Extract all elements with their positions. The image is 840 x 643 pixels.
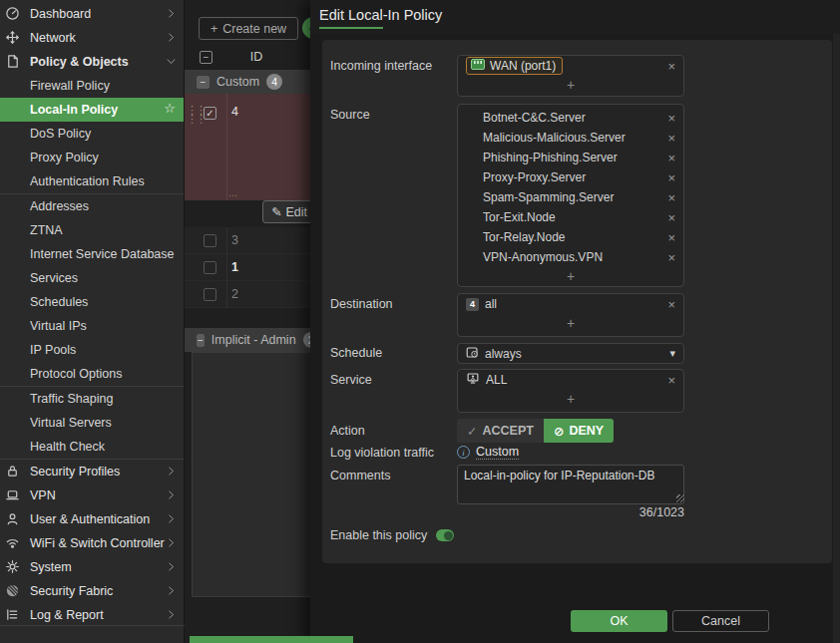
sidebar-item-ztna[interactable]: ZTNA	[0, 218, 184, 242]
collapse-all-icon[interactable]: −	[200, 51, 212, 64]
sidebar-item-wifi-switch-controller[interactable]: WiFi & Switch Controller	[0, 531, 184, 555]
remove-icon[interactable]: ×	[667, 374, 675, 387]
add-entry-button[interactable]: +	[458, 76, 683, 94]
sidebar-item-security-fabric[interactable]: Security Fabric	[0, 579, 184, 603]
info-icon[interactable]: i	[457, 446, 470, 459]
incoming-interface-field[interactable]: WAN (port1) × +	[457, 55, 684, 97]
sidebar-item-vpn[interactable]: VPN	[0, 483, 184, 507]
log-custom-link[interactable]: Custom	[476, 445, 519, 460]
add-entry-button[interactable]: +	[458, 267, 683, 285]
action-deny-button[interactable]: ⊘ DENY	[544, 419, 614, 443]
destination-field[interactable]: 4 all × +	[457, 293, 684, 337]
interface-token[interactable]: WAN (port1)	[466, 57, 563, 75]
row-checkbox[interactable]	[204, 288, 216, 301]
sidebar-item-security-profiles[interactable]: Security Profiles	[0, 460, 184, 483]
sidebar-item-log-report[interactable]: Log & Report	[0, 603, 184, 627]
comments-char-counter: 36/1023	[457, 505, 684, 519]
group-header-implicit-admin[interactable]: − Implicit - Admin 2	[185, 328, 310, 352]
panel-scrollbar[interactable]	[833, 34, 840, 643]
sidebar-item-virtual-ips[interactable]: Virtual IPs	[0, 314, 184, 338]
table-row[interactable]: 1	[185, 254, 310, 281]
edit-button[interactable]: ✎ Edit	[262, 200, 310, 223]
row-checkbox[interactable]	[204, 234, 216, 247]
comments-textarea[interactable]: Local-in-policy for IP-Reputation-DB	[457, 465, 684, 504]
sidebar-item-health-check[interactable]: Health Check	[0, 435, 184, 459]
sidebar-item-authentication-rules[interactable]: Authentication Rules	[0, 169, 184, 193]
add-entry-button[interactable]: +	[458, 390, 683, 408]
plus-icon: +	[567, 268, 575, 284]
schedule-select[interactable]: always ▾	[457, 343, 684, 364]
drag-handle-icon[interactable]: ⋮⋮⋮⋮	[187, 106, 199, 124]
chevron-right-icon	[166, 561, 177, 572]
enable-policy-toggle[interactable]	[436, 529, 454, 541]
sidebar-item-internet-service-database[interactable]: Internet Service Database	[0, 242, 184, 266]
sidebar-item-dashboard[interactable]: Dashboard	[0, 2, 184, 26]
sidebar-item-addresses[interactable]: Addresses	[0, 194, 184, 218]
source-entry[interactable]: Tor-Relay.Node×	[458, 227, 683, 247]
collapse-group-icon[interactable]: −	[197, 76, 210, 89]
log-icon	[5, 607, 20, 622]
sidebar-item-services[interactable]: Services	[0, 266, 184, 290]
row-checkbox[interactable]	[204, 261, 216, 274]
sidebar-item-traffic-shaping[interactable]: Traffic Shaping	[0, 387, 184, 411]
remove-icon[interactable]: ×	[667, 171, 675, 184]
sidebar-item-network[interactable]: Network	[0, 26, 184, 50]
source-entry[interactable]: Spam-Spamming.Server×	[458, 187, 683, 207]
comments-label: Comments	[330, 469, 390, 482]
remove-icon[interactable]: ×	[667, 191, 675, 204]
schedule-label: Schedule	[330, 346, 382, 360]
remove-icon[interactable]: ×	[667, 231, 675, 244]
cancel-button[interactable]: Cancel	[672, 610, 769, 632]
remove-icon[interactable]: ×	[667, 251, 675, 264]
sidebar-item-protocol-options[interactable]: Protocol Options	[0, 362, 184, 386]
remove-icon[interactable]: ×	[667, 211, 675, 224]
remove-icon[interactable]: ×	[667, 112, 675, 125]
remove-icon[interactable]: ×	[667, 298, 675, 311]
textarea-resize-grip[interactable]	[676, 494, 684, 502]
gauge-icon	[5, 6, 20, 21]
action-accept-button[interactable]: ✓ ACCEPT	[457, 419, 544, 443]
row-id: 1	[231, 260, 238, 274]
sidebar-item-proxy-policy[interactable]: Proxy Policy	[0, 146, 184, 169]
star-icon[interactable]: ☆	[164, 101, 176, 116]
source-entry[interactable]: Proxy-Proxy.Server×	[458, 167, 683, 187]
row-id: 3	[231, 233, 238, 247]
ok-button[interactable]: OK	[571, 610, 667, 632]
table-row[interactable]: 3	[185, 227, 310, 254]
source-entry[interactable]: VPN-Anonymous.VPN×	[458, 247, 683, 267]
source-entry[interactable]: Malicious-Malicious.Server×	[458, 128, 683, 148]
sidebar-item-dos-policy[interactable]: DoS Policy	[0, 122, 184, 146]
create-new-dropdown-button[interactable]: +	[302, 17, 310, 39]
sidebar-item-user-authentication[interactable]: User & Authentication	[0, 507, 184, 531]
create-new-button[interactable]: + Create new	[199, 17, 298, 40]
row-checkbox-checked[interactable]: ✓	[204, 107, 216, 120]
service-field[interactable]: ALL × +	[457, 369, 684, 413]
sidebar-item-policy-objects[interactable]: Policy & Objects	[0, 50, 184, 74]
collapse-group-icon[interactable]: −	[197, 334, 205, 347]
schedule-recurring-icon	[466, 345, 479, 363]
incoming-interface-label: Incoming interface	[330, 59, 432, 73]
destination-entry[interactable]: 4 all	[466, 297, 497, 311]
fortigate-app: Dashboard Network Policy & Objects Firew…	[0, 0, 840, 643]
remove-icon[interactable]: ×	[667, 152, 675, 164]
add-entry-button[interactable]: +	[458, 314, 683, 332]
table-row[interactable]: 2	[185, 281, 310, 308]
chevron-right-icon	[166, 8, 177, 19]
remove-icon[interactable]: ×	[667, 132, 675, 145]
remove-icon[interactable]: ×	[667, 60, 675, 73]
service-entry[interactable]: ALL	[466, 372, 507, 388]
sidebar-item-system[interactable]: System	[0, 555, 184, 579]
id-column-header[interactable]: ID	[212, 50, 310, 64]
sidebar-item-local-in-policy[interactable]: Local-In Policy ☆	[0, 98, 184, 122]
source-entry[interactable]: Botnet-C&C.Server×	[458, 108, 683, 128]
source-entry[interactable]: Phishing-Phishing.Server×	[458, 148, 683, 167]
group-header-custom[interactable]: − Custom 4	[185, 70, 310, 94]
bottom-action-bar[interactable]	[190, 636, 353, 643]
sidebar-item-firewall-policy[interactable]: Firewall Policy	[0, 74, 184, 98]
sidebar-item-virtual-servers[interactable]: Virtual Servers	[0, 411, 184, 435]
sidebar-item-ip-pools[interactable]: IP Pools	[0, 338, 184, 362]
sidebar-item-schedules[interactable]: Schedules	[0, 290, 184, 314]
table-row-selected[interactable]: ⋮⋮⋮⋮ ✓ 4 ...	[185, 94, 310, 200]
source-entry[interactable]: Tor-Exit.Node×	[458, 207, 683, 227]
source-field[interactable]: Botnet-C&C.Server× Malicious-Malicious.S…	[457, 104, 684, 287]
